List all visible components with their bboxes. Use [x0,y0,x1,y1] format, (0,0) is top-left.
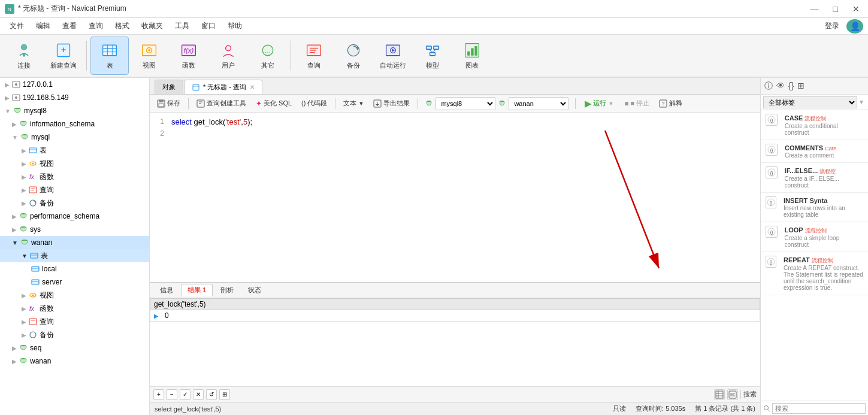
create-tool-button[interactable]: 查询创建工具 [193,98,250,109]
sidebar-item-mysql-db[interactable]: ▼ mysql [0,131,149,144]
sidebar-item-wanan-funcs[interactable]: ▶ fx 函数 [0,302,149,315]
svg-rect-87 [716,391,723,398]
search-right-input[interactable] [772,403,866,414]
result-toolbar-separator [740,390,741,399]
snippet-case[interactable]: {} CASE 流程控制 Create a conditional constr… [761,110,868,140]
sidebar-item-backups-node[interactable]: ▶ 备份 [0,196,149,210]
result-tab-result1[interactable]: 结果 1 [181,284,213,296]
table-view-icon [715,390,724,399]
save-button[interactable]: 保存 [153,98,184,109]
maximize-button[interactable]: □ [830,3,842,15]
svg-text:?: ? [662,101,665,107]
query-tab-icon [192,84,199,91]
table-view-button[interactable] [714,389,725,400]
other-button[interactable]: … 其它 [249,37,287,75]
menu-format[interactable]: 格式 [110,19,134,33]
sidebar-item-192[interactable]: ▶ 192.168.5.149 [0,91,149,104]
schema-select[interactable]: wanan [509,97,568,110]
snippet-insert[interactable]: {} INSERT Synta Insert new rows into an … [761,193,868,222]
run-button[interactable]: ▶ 运行 ▼ [580,98,618,110]
cancel-edit-button[interactable]: ✕ [193,389,204,400]
sidebar-item-views-node[interactable]: ▶ 视图 [0,157,149,170]
code-snippet-button[interactable]: () 代码段 [298,98,331,109]
snippet-loop[interactable]: {} LOOP 流程控制 Create a simple loop constr… [761,222,868,252]
sidebar-item-server[interactable]: server [0,275,149,289]
snippet-repeat[interactable]: {} REPEAT 流程控制 Create A REPEAT construct… [761,252,868,295]
result-tab-status[interactable]: 状态 [241,284,268,296]
sidebar-item-127[interactable]: ▶ 127.0.0.1 [0,78,149,91]
sidebar-item-wanan-queries[interactable]: ▶ 查询 [0,315,149,328]
sidebar-item-wanan-views[interactable]: ▶ 视图 [0,289,149,302]
snippet-comments[interactable]: {} COMMENTS Cate Create a comment [761,140,868,163]
minimize-button[interactable]: — [807,3,822,15]
close-button[interactable]: ✕ [849,3,863,15]
menu-favorites[interactable]: 收藏夹 [137,19,168,33]
svg-rect-30 [430,52,435,55]
grid-view-icon[interactable]: ⊞ [797,81,805,92]
sidebar-item-perf-schema[interactable]: ▶ performance_schema [0,210,149,223]
sidebar-item-wanan-tables[interactable]: ▼ 表 [0,249,149,262]
menu-file[interactable]: 文件 [5,19,29,33]
snippet-repeat-content: REPEAT 流程控制 Create A REPEAT construct. T… [784,256,863,291]
function-icon: f(x) [180,42,197,59]
svg-text:f(x): f(x) [184,47,194,54]
menu-window[interactable]: 窗口 [196,19,220,33]
backup-button[interactable]: 备份 [334,37,373,75]
grid-button[interactable]: ⊞ [219,389,230,400]
sidebar-item-local[interactable]: local [0,262,149,275]
db-select[interactable]: mysql8 [435,97,495,110]
info-icon[interactable]: ⓘ [764,81,773,92]
sidebar-item-sys[interactable]: ▶ sys [0,223,149,236]
svg-rect-44 [29,148,37,153]
tab-query-close[interactable]: ✕ [250,84,255,90]
sidebar-item-queries-node[interactable]: ▶ 查询 [0,183,149,196]
result-tab-profiling[interactable]: 剖析 [214,284,240,296]
results-area: 信息 结果 1 剖析 状态 [150,282,760,402]
snippet-ifelse[interactable]: {} IF...ELSE... 流程控 Create a IF...ELSE..… [761,163,868,193]
check-button[interactable]: ✓ [180,389,190,400]
sidebar-item-wanan-db[interactable]: ▼ wanan [0,236,149,249]
explain-button[interactable]: ? 解释 [655,98,686,109]
user-button[interactable]: 用户 [209,37,247,75]
result-tab-info[interactable]: 信息 [153,284,180,296]
menu-tools[interactable]: 工具 [170,19,194,33]
form-view-button[interactable] [727,389,738,400]
menu-edit[interactable]: 编辑 [31,19,55,33]
sidebar-item-wanan2[interactable]: ▶ wanan [0,355,149,368]
export-button[interactable]: 导出结果 [370,98,413,109]
sidebar-item-funcs-node[interactable]: ▶ fx 函数 [0,170,149,183]
refresh-button[interactable]: ↺ [206,389,217,400]
tab-object[interactable]: 对象 [155,80,183,94]
sidebar-item-info-schema[interactable]: ▶ information_schema [0,117,149,131]
model-button[interactable]: 模型 [413,37,452,75]
add-row-button[interactable]: + [153,389,164,400]
beautify-button[interactable]: ✦ 美化 SQL [252,98,295,109]
line-number-1: 1 [150,117,171,129]
brackets-icon[interactable]: {} [788,81,794,92]
eye-icon[interactable]: 👁 [776,81,785,92]
stop-button[interactable]: ■ ■ 停止 [621,98,653,109]
row-selector-icon: ▶ [154,313,159,319]
text-button[interactable]: 文本 ▼ [340,98,367,109]
sidebar-item-mysql8[interactable]: ▼ mysql8 [0,104,149,117]
login-button[interactable]: 登录 [820,19,844,33]
menu-help[interactable]: 帮助 [223,19,247,33]
tab-query[interactable]: * 无标题 - 查询 ✕ [185,80,262,94]
new-query-button[interactable]: + 新建查询 [44,37,83,75]
connect-button[interactable]: 连接 [5,37,43,75]
sidebar-item-wanan-backups[interactable]: ▶ 备份 [0,328,149,341]
code-editor[interactable]: 1 select get_lock('test',5); 2 [150,113,760,282]
query-button[interactable]: 查询 [295,37,333,75]
menu-query[interactable]: 查询 [84,19,108,33]
view-button[interactable]: 视图 [130,37,168,75]
menu-view[interactable]: 查看 [58,19,81,33]
sidebar-item-seq[interactable]: ▶ seq [0,341,149,355]
chart-button[interactable]: 图表 [453,37,491,75]
table-button[interactable]: 表 [90,37,129,75]
result-toolbar-right: 搜索 [714,389,757,400]
sidebar-item-tables-node[interactable]: ▶ 表 [0,144,149,157]
delete-row-button[interactable]: − [167,389,177,400]
function-button[interactable]: f(x) 函数 [170,37,208,75]
autorun-button[interactable]: 自动运行 [374,37,412,75]
tag-select[interactable]: 全部标签 [763,96,857,108]
